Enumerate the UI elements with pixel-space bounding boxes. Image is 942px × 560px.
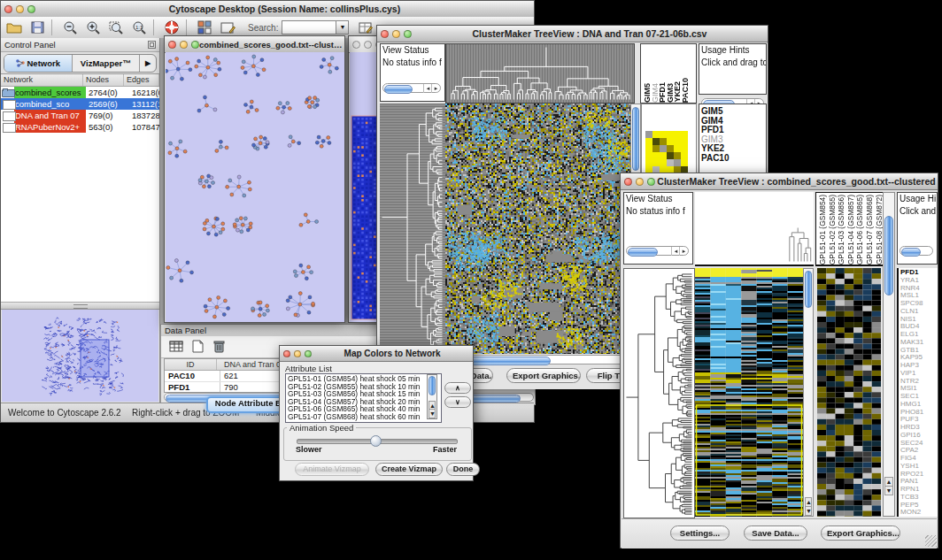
network-edges: 107847(0) — [129, 121, 159, 133]
zoom-fit-icon[interactable]: 1:1 — [129, 19, 149, 36]
search-dropdown-arrow[interactable]: ▼ — [336, 20, 349, 35]
treeview2-column-dendrogram[interactable] — [695, 192, 814, 266]
close-icon[interactable] — [352, 41, 360, 49]
treeview-button[interactable]: Settings... — [670, 525, 730, 541]
close-icon[interactable] — [4, 5, 12, 13]
close-icon[interactable] — [283, 350, 290, 357]
close-icon[interactable] — [381, 30, 389, 38]
network-row-icon — [3, 100, 16, 110]
treeview-button[interactable]: Export Graphics... — [821, 525, 900, 541]
control-panel-title: Control Panel — [4, 40, 56, 50]
treeview1-view-status: View Status No status info f ◂ ▸ — [380, 43, 445, 102]
control-panel: Control Panel Network VizMapper™ ▶ Netwo… — [1, 38, 160, 403]
dialog-titlebar[interactable]: Map Colors to Network — [280, 346, 473, 362]
gene-label[interactable]: PFD1 — [699, 126, 766, 135]
treeview2-titlebar[interactable]: ClusterMaker TreeView : combined_scores_… — [621, 173, 938, 190]
minimize-icon[interactable] — [636, 178, 644, 186]
gene-label[interactable]: YKE2 — [699, 144, 766, 154]
network-name: combined_scores — [14, 87, 86, 98]
slower-label: Slower — [296, 445, 322, 454]
network-row-icon — [3, 123, 16, 133]
minimize-icon[interactable] — [294, 350, 301, 357]
main-titlebar[interactable]: Cytoscape Desktop (Session Name: collins… — [1, 1, 534, 18]
tab-vizmapper[interactable]: VizMapper™ — [73, 55, 141, 72]
minimize-icon[interactable] — [16, 5, 24, 13]
delete-attribute-icon[interactable] — [209, 338, 228, 355]
treeview2-right-vscrollbar[interactable]: ▲ ▼ — [883, 192, 895, 517]
network1-canvas[interactable] — [166, 52, 344, 322]
network-row[interactable]: RNAPuberNov2+ 563(0) 107847(0) — [1, 121, 159, 133]
minimize-icon[interactable] — [392, 30, 400, 38]
treeview-button[interactable]: Save Data... — [744, 525, 807, 541]
network-row[interactable]: combined_scores 2764(0) 16218(0) — [1, 87, 159, 98]
network1-titlebar[interactable]: combined_scores_good.txt--cluste... — [165, 36, 344, 53]
column-label[interactable]: GPL51-08 (GSM872) — [875, 195, 883, 265]
network-overview-canvas[interactable] — [2, 310, 158, 402]
treeview1-summary-heatmap[interactable] — [645, 131, 688, 174]
help-lifebuoy-icon[interactable] — [162, 19, 181, 36]
node-attribute-icon[interactable] — [195, 19, 214, 36]
network-overview[interactable] — [2, 309, 158, 402]
treeview1-column-dendrogram[interactable] — [445, 43, 635, 104]
open-folder-icon[interactable] — [4, 19, 24, 36]
column-label[interactable]: GPL51-02 (GSM855) — [828, 195, 838, 265]
slider-thumb[interactable] — [370, 435, 382, 447]
usage-hints-scrollbar[interactable] — [900, 246, 933, 256]
tabs-more-arrow-icon[interactable]: ▶ — [140, 55, 156, 72]
view-status-scrollbar[interactable]: ◂ ▸ — [382, 83, 441, 93]
zoom-out-icon[interactable] — [60, 19, 80, 36]
network-row[interactable]: combined_sco 2569(6) 13112(15) — [1, 98, 159, 110]
treeview2-heatmap-vscrollbar[interactable]: ▲ ▼ — [803, 268, 814, 517]
column-label[interactable]: PAC10 — [682, 78, 690, 103]
search-input[interactable] — [282, 20, 336, 35]
resize-grip[interactable] — [925, 535, 937, 547]
network-row[interactable]: DNA and Tran 07 769(0) 183728(0) — [1, 110, 159, 121]
done-button[interactable]: Done — [446, 463, 480, 476]
treeview1-row-dendrogram[interactable] — [380, 104, 445, 354]
new-attribute-icon[interactable] — [188, 338, 207, 355]
zoom-in-icon[interactable] — [83, 19, 103, 36]
treeview2-gene-list[interactable]: PFD1YRA1RNR4MSL1SPC98CLN1NIS1BUD4ELG1MAK… — [897, 268, 938, 517]
attribute-table-icon[interactable] — [166, 338, 186, 355]
zoom-window-icon[interactable] — [305, 350, 312, 357]
column-label[interactable]: GPL51-04 (GSM857) — [846, 195, 856, 265]
minimize-icon[interactable] — [364, 41, 372, 49]
treeview2-row-dendrogram[interactable] — [623, 268, 695, 518]
column-label[interactable]: GPL51-03 (GSM856) — [837, 195, 846, 265]
create-vizmap-button[interactable]: Create Vizmap — [375, 463, 443, 476]
column-label[interactable]: GPL51-01 (GSM854) — [818, 195, 828, 265]
save-icon[interactable] — [27, 19, 47, 36]
animate-vizmap-button[interactable]: Animate Vizmap — [295, 463, 369, 476]
attribute-list-scrollbar[interactable]: ▲ ▼ — [427, 374, 437, 419]
gene-label[interactable]: GIM5 — [699, 107, 766, 117]
attribute-item[interactable]: GPL51-07 (GSM868) heat shock 60 min — [288, 413, 441, 421]
network-row-icon — [2, 89, 15, 97]
gene-label[interactable]: MON2 — [899, 509, 938, 517]
zoom-window-icon[interactable] — [191, 41, 199, 49]
move-up-button[interactable]: ∧ — [444, 382, 471, 394]
treeview-button[interactable]: Export Graphics... — [506, 368, 581, 383]
treeview1-heatmap[interactable] — [445, 104, 630, 354]
close-icon[interactable] — [168, 41, 176, 49]
zoom-selected-icon[interactable] — [106, 19, 126, 36]
zoom-window-icon[interactable] — [647, 178, 655, 186]
col-edges: Edges — [124, 74, 159, 86]
close-icon[interactable] — [624, 178, 632, 186]
column-label[interactable]: GPL51-07 (GSM868) — [865, 195, 875, 265]
column-label[interactable]: GPL51-06 (GSM865) — [855, 195, 865, 265]
treeview2-heatmap[interactable] — [695, 268, 803, 517]
edit-network-icon[interactable] — [218, 19, 237, 36]
view-status-scrollbar[interactable]: ◂ ▸ — [626, 246, 689, 256]
zoom-window-icon[interactable] — [27, 5, 35, 13]
move-down-button[interactable]: ∨ — [444, 396, 471, 408]
edit-table-icon[interactable] — [356, 19, 375, 36]
treeview1-titlebar[interactable]: ClusterMaker TreeView : DNA and Tran 07-… — [377, 26, 768, 42]
treeview2-summary-heatmap[interactable] — [817, 268, 881, 517]
zoom-window-icon[interactable] — [404, 30, 412, 38]
attribute-list[interactable]: GPL51-01 (GSM854) heat shock 05 minGPL51… — [285, 373, 442, 423]
gene-label[interactable]: PAC10 — [699, 154, 766, 164]
tab-network[interactable]: Network — [4, 55, 73, 72]
float-panel-icon[interactable] — [148, 41, 156, 49]
network-list: combined_scores 2764(0) 16218(0) combine… — [1, 87, 159, 133]
minimize-icon[interactable] — [180, 41, 188, 49]
